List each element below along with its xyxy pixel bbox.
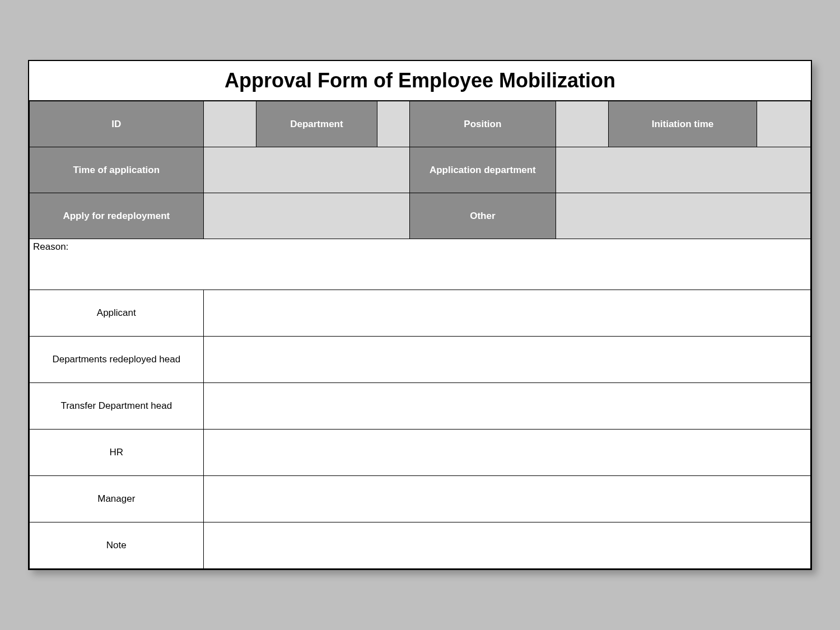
id-value[interactable] <box>203 101 256 147</box>
hr-value[interactable] <box>203 430 810 476</box>
manager-label: Manager <box>30 476 204 522</box>
other-value[interactable] <box>556 193 811 239</box>
applicant-label: Applicant <box>30 290 204 337</box>
department-value[interactable] <box>377 101 410 147</box>
form-table: ID Department Position Initiation time T… <box>29 101 811 569</box>
initiation-label: Initiation time <box>609 101 757 147</box>
manager-value[interactable] <box>203 476 810 522</box>
time-application-value[interactable] <box>203 147 409 193</box>
reason-cell[interactable]: Reason: <box>30 239 811 290</box>
form-title: Approval Form of Employee Mobilization <box>29 61 811 101</box>
other-label: Other <box>409 193 556 239</box>
hr-row: HR <box>30 430 811 476</box>
form-container: Approval Form of Employee Mobilization I… <box>28 60 812 570</box>
applicant-value[interactable] <box>203 290 810 337</box>
position-value[interactable] <box>556 101 609 147</box>
applicant-row: Applicant <box>30 290 811 337</box>
note-value[interactable] <box>203 522 810 569</box>
department-label: Department <box>256 101 377 147</box>
time-application-label: Time of application <box>30 147 204 193</box>
header-row-2: Time of application Application departme… <box>30 147 811 193</box>
reason-row: Reason: <box>30 239 811 290</box>
application-department-label: Application department <box>409 147 556 193</box>
note-label: Note <box>30 522 204 569</box>
header-row-1: ID Department Position Initiation time <box>30 101 811 147</box>
redeployment-label: Apply for redeployment <box>30 193 204 239</box>
initiation-value[interactable] <box>757 101 810 147</box>
transfer-head-label: Transfer Department head <box>30 383 204 430</box>
id-label: ID <box>30 101 204 147</box>
redeployed-head-label: Departments redeployed head <box>30 337 204 383</box>
manager-row: Manager <box>30 476 811 522</box>
redeployed-head-row: Departments redeployed head <box>30 337 811 383</box>
position-label: Position <box>409 101 556 147</box>
application-department-value[interactable] <box>556 147 811 193</box>
note-row: Note <box>30 522 811 569</box>
hr-label: HR <box>30 430 204 476</box>
transfer-head-value[interactable] <box>203 383 810 430</box>
redeployment-value[interactable] <box>203 193 409 239</box>
transfer-head-row: Transfer Department head <box>30 383 811 430</box>
redeployed-head-value[interactable] <box>203 337 810 383</box>
header-row-3: Apply for redeployment Other <box>30 193 811 239</box>
